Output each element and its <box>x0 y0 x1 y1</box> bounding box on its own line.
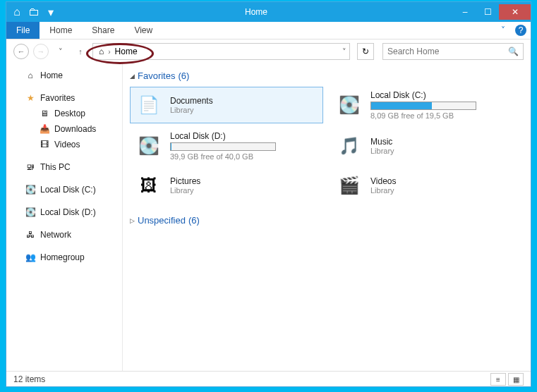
group-count: (6) <box>188 215 200 226</box>
tree-network[interactable]: 🖧Network <box>6 227 122 243</box>
item-documents[interactable]: 📄 Documents Library <box>130 87 323 123</box>
up-button[interactable]: ↑ <box>73 44 88 59</box>
item-free: 39,9 GB free of 40,0 GB <box>170 152 276 161</box>
chevron-right-icon: › <box>107 48 111 56</box>
item-sub: Library <box>170 106 213 114</box>
item-videos[interactable]: 🎬 Videos Library <box>330 169 524 202</box>
search-input[interactable] <box>387 47 508 56</box>
item-music[interactable]: 🎵 Music Library <box>330 128 524 164</box>
details-view-button[interactable]: ≡ <box>490 373 506 386</box>
item-sub: Library <box>370 186 396 195</box>
documents-icon: 📄 <box>133 92 164 118</box>
home-icon[interactable]: ⌂ <box>9 4 25 20</box>
navigation-row: ← → ˅ ↑ ⌂ › Home ˅ ↻ 🔍 <box>6 39 531 63</box>
item-name: Local Disk (C:) <box>370 90 476 100</box>
group-label: Unspecified <box>138 215 186 226</box>
videos-icon: 🎬 <box>334 172 365 199</box>
large-icons-button[interactable]: ▦ <box>508 373 524 386</box>
downloads-icon: 📥 <box>39 123 50 135</box>
body: ⌂Home ★Favorites 🖥Desktop 📥Downloads 🎞Vi… <box>6 63 531 371</box>
search-icon[interactable]: 🔍 <box>508 47 519 56</box>
capacity-bar <box>170 142 276 151</box>
file-tab[interactable]: File <box>6 22 40 39</box>
tab-share[interactable]: Share <box>82 22 124 39</box>
recent-locations-icon[interactable]: ˅ <box>53 44 68 59</box>
desktop-icon: 🖥 <box>39 108 50 119</box>
content-pane: ◢ Favorites (6) 📄 Documents Library 💽 Lo… <box>123 63 531 371</box>
new-folder-icon[interactable]: 🗀 <box>26 4 42 20</box>
item-name: Local Disk (D:) <box>170 131 276 141</box>
status-bar: 12 items ≡ ▦ <box>6 371 531 387</box>
network-icon: 🖧 <box>25 229 36 240</box>
status-count: 12 items <box>13 374 45 384</box>
star-icon: ★ <box>25 92 36 104</box>
item-name: Videos <box>370 176 396 186</box>
window-buttons: – ☐ ✕ <box>454 4 531 20</box>
search-box[interactable]: 🔍 <box>382 43 524 60</box>
breadcrumb-home[interactable]: Home <box>112 47 140 56</box>
homegroup-icon: 👥 <box>25 252 36 263</box>
collapse-icon[interactable]: ◢ <box>130 73 135 80</box>
close-button[interactable]: ✕ <box>499 4 531 20</box>
item-pictures[interactable]: 🖼 Pictures Library <box>130 169 323 202</box>
address-dropdown-icon[interactable]: ˅ <box>342 47 346 56</box>
drive-icon: 💽 <box>25 207 36 218</box>
tree-downloads[interactable]: 📥Downloads <box>6 121 122 137</box>
ribbon: File Home Share View ˅ ? <box>6 22 531 39</box>
home-icon: ⌂ <box>25 70 36 81</box>
item-sub: Library <box>370 147 394 155</box>
group-label: Favorites <box>138 71 175 81</box>
pictures-icon: 🖼 <box>133 172 164 199</box>
music-icon: 🎵 <box>334 133 365 159</box>
tree-home[interactable]: ⌂Home <box>6 68 122 83</box>
tree-this-pc[interactable]: 🖳This PC <box>6 159 122 175</box>
tree-disk-c[interactable]: 💽Local Disk (C:) <box>6 182 122 197</box>
qat-dropdown-icon[interactable]: ▾ <box>43 4 59 20</box>
group-unspecified[interactable]: ▷ Unspecified (6) <box>130 212 524 231</box>
window-title: Home <box>59 7 454 17</box>
address-bar[interactable]: ⌂ › Home ˅ <box>92 43 350 60</box>
drive-icon: 💽 <box>25 184 36 195</box>
item-disk-c[interactable]: 💽 Local Disk (C:) 8,09 GB free of 19,5 G… <box>330 87 524 123</box>
tree-homegroup[interactable]: 👥Homegroup <box>6 250 122 265</box>
minimize-button[interactable]: – <box>454 4 476 20</box>
drive-icon: 💽 <box>334 92 365 118</box>
pc-icon: 🖳 <box>25 161 36 173</box>
explorer-window: ⌂ 🗀 ▾ Home – ☐ ✕ File Home Share View ˅ … <box>6 1 531 387</box>
videos-icon: 🎞 <box>39 139 50 150</box>
quick-access-toolbar: ⌂ 🗀 ▾ <box>6 4 59 20</box>
titlebar: ⌂ 🗀 ▾ Home – ☐ ✕ <box>6 2 531 22</box>
tree-favorites[interactable]: ★Favorites <box>6 90 122 106</box>
item-name: Music <box>370 137 394 147</box>
group-count: (6) <box>178 71 189 81</box>
tab-view[interactable]: View <box>124 22 162 39</box>
group-favorites[interactable]: ◢ Favorites (6) <box>130 68 524 87</box>
help-icon[interactable]: ? <box>515 25 526 36</box>
refresh-button[interactable]: ↻ <box>357 43 374 60</box>
forward-button[interactable]: → <box>33 44 49 59</box>
navigation-tree: ⌂Home ★Favorites 🖥Desktop 📥Downloads 🎞Vi… <box>6 63 123 371</box>
expand-icon[interactable]: ▷ <box>130 217 135 224</box>
drive-icon: 💽 <box>133 133 164 159</box>
tab-home[interactable]: Home <box>40 22 82 39</box>
items-grid: 📄 Documents Library 💽 Local Disk (C:) 8,… <box>130 87 524 202</box>
item-sub: Library <box>170 186 200 195</box>
tree-videos[interactable]: 🎞Videos <box>6 137 122 152</box>
maximize-button[interactable]: ☐ <box>476 4 499 20</box>
item-disk-d[interactable]: 💽 Local Disk (D:) 39,9 GB free of 40,0 G… <box>130 128 323 164</box>
breadcrumb-home-icon[interactable]: ⌂ <box>96 47 107 56</box>
tree-disk-d[interactable]: 💽Local Disk (D:) <box>6 204 122 220</box>
item-name: Pictures <box>170 176 200 186</box>
tree-desktop[interactable]: 🖥Desktop <box>6 106 122 121</box>
ribbon-expand-icon[interactable]: ˅ <box>495 22 511 39</box>
capacity-bar <box>370 102 476 110</box>
back-button[interactable]: ← <box>13 44 29 59</box>
item-free: 8,09 GB free of 19,5 GB <box>370 111 476 120</box>
item-name: Documents <box>170 96 213 106</box>
